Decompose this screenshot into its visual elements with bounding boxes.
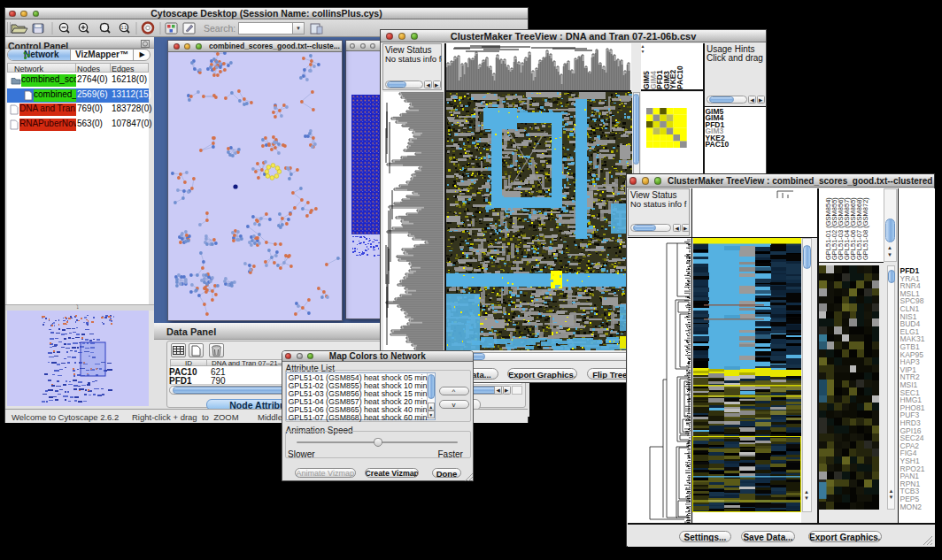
svg-text:PAC10: PAC10 <box>676 65 684 88</box>
svg-text:1:1: 1:1 <box>121 26 127 30</box>
svg-text:GPL51-08 (GSM872): GPL51-08 (GSM872) <box>861 197 869 260</box>
